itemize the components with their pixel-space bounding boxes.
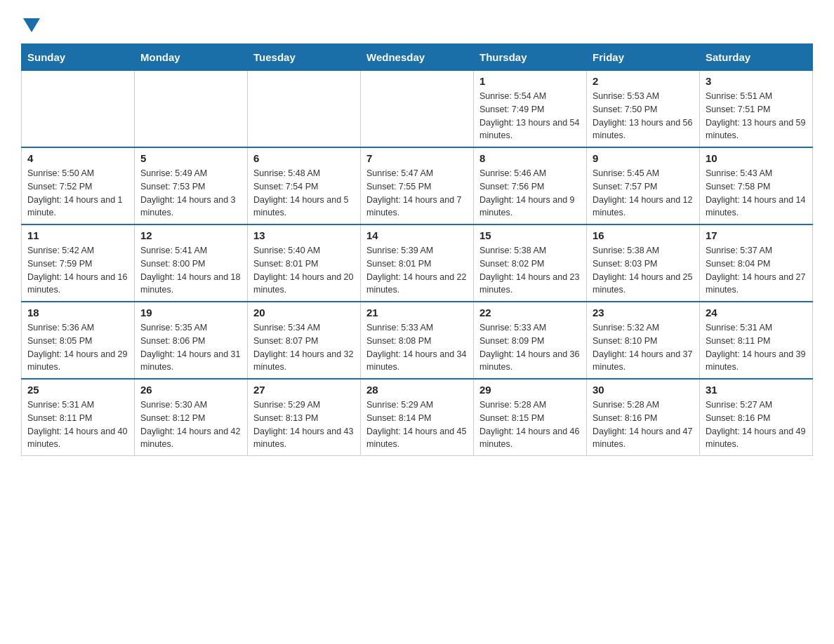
calendar-week-row: 11Sunrise: 5:42 AMSunset: 7:59 PMDayligh… [22,224,813,302]
calendar-day-cell: 25Sunrise: 5:31 AMSunset: 8:11 PMDayligh… [22,379,135,456]
logo [21,14,43,29]
calendar-day-cell: 24Sunrise: 5:31 AMSunset: 8:11 PMDayligh… [700,302,813,379]
day-number: 16 [593,229,694,241]
day-info: Sunrise: 5:48 AMSunset: 7:54 PMDaylight:… [253,167,355,220]
day-info: Sunrise: 5:42 AMSunset: 7:59 PMDaylight:… [27,244,128,297]
calendar-day-cell: 17Sunrise: 5:37 AMSunset: 8:04 PMDayligh… [700,224,813,302]
day-info: Sunrise: 5:27 AMSunset: 8:16 PMDaylight:… [706,398,807,451]
calendar-day-cell: 18Sunrise: 5:36 AMSunset: 8:05 PMDayligh… [22,302,135,379]
day-number: 28 [366,384,468,396]
calendar-week-row: 18Sunrise: 5:36 AMSunset: 8:05 PMDayligh… [22,302,813,379]
calendar-day-cell [361,71,474,148]
calendar-header-row: SundayMondayTuesdayWednesdayThursdayFrid… [22,44,813,71]
calendar-day-cell: 11Sunrise: 5:42 AMSunset: 7:59 PMDayligh… [22,224,135,302]
day-of-week-header: Thursday [474,44,587,71]
day-number: 12 [140,229,241,241]
calendar-week-row: 4Sunrise: 5:50 AMSunset: 7:52 PMDaylight… [22,147,813,224]
day-number: 25 [27,384,128,396]
day-number: 11 [27,229,128,241]
calendar-week-row: 1Sunrise: 5:54 AMSunset: 7:49 PMDaylight… [22,71,813,148]
day-number: 22 [479,307,581,318]
calendar-day-cell: 21Sunrise: 5:33 AMSunset: 8:08 PMDayligh… [361,302,474,379]
day-number: 21 [366,307,468,318]
day-number: 29 [479,384,581,396]
day-number: 9 [593,152,694,164]
day-info: Sunrise: 5:29 AMSunset: 8:14 PMDaylight:… [366,398,468,451]
calendar-day-cell: 20Sunrise: 5:34 AMSunset: 8:07 PMDayligh… [248,302,361,379]
day-number: 2 [593,75,694,87]
calendar-day-cell: 15Sunrise: 5:38 AMSunset: 8:02 PMDayligh… [474,224,587,302]
calendar-day-cell: 22Sunrise: 5:33 AMSunset: 8:09 PMDayligh… [474,302,587,379]
day-info: Sunrise: 5:29 AMSunset: 8:13 PMDaylight:… [253,398,355,451]
calendar-day-cell: 31Sunrise: 5:27 AMSunset: 8:16 PMDayligh… [700,379,813,456]
page-header [21,14,813,29]
calendar-day-cell: 9Sunrise: 5:45 AMSunset: 7:57 PMDaylight… [587,147,700,224]
day-of-week-header: Wednesday [361,44,474,71]
day-of-week-header: Tuesday [248,44,361,71]
day-number: 19 [140,307,241,318]
calendar-day-cell: 1Sunrise: 5:54 AMSunset: 7:49 PMDaylight… [474,71,587,148]
calendar-day-cell: 26Sunrise: 5:30 AMSunset: 8:12 PMDayligh… [135,379,248,456]
calendar-day-cell: 10Sunrise: 5:43 AMSunset: 7:58 PMDayligh… [700,147,813,224]
calendar-day-cell: 29Sunrise: 5:28 AMSunset: 8:15 PMDayligh… [474,379,587,456]
day-number: 23 [593,307,694,318]
calendar-day-cell [248,71,361,148]
day-info: Sunrise: 5:35 AMSunset: 8:06 PMDaylight:… [140,321,241,374]
day-info: Sunrise: 5:28 AMSunset: 8:16 PMDaylight:… [593,398,694,451]
day-info: Sunrise: 5:49 AMSunset: 7:53 PMDaylight:… [140,167,241,220]
day-number: 4 [27,152,128,164]
calendar-day-cell: 5Sunrise: 5:49 AMSunset: 7:53 PMDaylight… [135,147,248,224]
calendar-day-cell: 27Sunrise: 5:29 AMSunset: 8:13 PMDayligh… [248,379,361,456]
day-number: 31 [706,384,807,396]
day-info: Sunrise: 5:45 AMSunset: 7:57 PMDaylight:… [593,167,694,220]
day-number: 20 [253,307,355,318]
calendar-day-cell: 6Sunrise: 5:48 AMSunset: 7:54 PMDaylight… [248,147,361,224]
day-number: 17 [706,229,807,241]
day-of-week-header: Sunday [22,44,135,71]
day-info: Sunrise: 5:53 AMSunset: 7:50 PMDaylight:… [593,90,694,142]
calendar-day-cell: 30Sunrise: 5:28 AMSunset: 8:16 PMDayligh… [587,379,700,456]
calendar-day-cell: 3Sunrise: 5:51 AMSunset: 7:51 PMDaylight… [700,71,813,148]
calendar-day-cell: 23Sunrise: 5:32 AMSunset: 8:10 PMDayligh… [587,302,700,379]
day-of-week-header: Monday [135,44,248,71]
day-info: Sunrise: 5:54 AMSunset: 7:49 PMDaylight:… [479,90,581,142]
calendar-day-cell: 2Sunrise: 5:53 AMSunset: 7:50 PMDaylight… [587,71,700,148]
day-info: Sunrise: 5:51 AMSunset: 7:51 PMDaylight:… [706,90,807,142]
calendar-day-cell [135,71,248,148]
logo-triangle-icon [23,18,40,32]
day-info: Sunrise: 5:47 AMSunset: 7:55 PMDaylight:… [366,167,468,220]
day-info: Sunrise: 5:46 AMSunset: 7:56 PMDaylight:… [479,167,581,220]
calendar-day-cell: 8Sunrise: 5:46 AMSunset: 7:56 PMDaylight… [474,147,587,224]
day-number: 6 [253,152,355,164]
day-info: Sunrise: 5:38 AMSunset: 8:02 PMDaylight:… [479,244,581,297]
day-info: Sunrise: 5:30 AMSunset: 8:12 PMDaylight:… [140,398,241,451]
day-info: Sunrise: 5:33 AMSunset: 8:08 PMDaylight:… [366,321,468,374]
day-info: Sunrise: 5:32 AMSunset: 8:10 PMDaylight:… [593,321,694,374]
day-of-week-header: Friday [587,44,700,71]
calendar-table: SundayMondayTuesdayWednesdayThursdayFrid… [21,43,813,456]
day-info: Sunrise: 5:37 AMSunset: 8:04 PMDaylight:… [706,244,807,297]
day-number: 26 [140,384,241,396]
day-number: 10 [706,152,807,164]
day-of-week-header: Saturday [700,44,813,71]
day-info: Sunrise: 5:31 AMSunset: 8:11 PMDaylight:… [27,398,128,451]
day-number: 8 [479,152,581,164]
calendar-day-cell [22,71,135,148]
calendar-day-cell: 14Sunrise: 5:39 AMSunset: 8:01 PMDayligh… [361,224,474,302]
day-number: 18 [27,307,128,318]
day-info: Sunrise: 5:50 AMSunset: 7:52 PMDaylight:… [27,167,128,220]
day-info: Sunrise: 5:41 AMSunset: 8:00 PMDaylight:… [140,244,241,297]
day-info: Sunrise: 5:39 AMSunset: 8:01 PMDaylight:… [366,244,468,297]
day-info: Sunrise: 5:31 AMSunset: 8:11 PMDaylight:… [706,321,807,374]
day-number: 24 [706,307,807,318]
calendar-day-cell: 28Sunrise: 5:29 AMSunset: 8:14 PMDayligh… [361,379,474,456]
calendar-day-cell: 13Sunrise: 5:40 AMSunset: 8:01 PMDayligh… [248,224,361,302]
day-info: Sunrise: 5:43 AMSunset: 7:58 PMDaylight:… [706,167,807,220]
day-number: 3 [706,75,807,87]
day-info: Sunrise: 5:34 AMSunset: 8:07 PMDaylight:… [253,321,355,374]
day-info: Sunrise: 5:36 AMSunset: 8:05 PMDaylight:… [27,321,128,374]
day-info: Sunrise: 5:38 AMSunset: 8:03 PMDaylight:… [593,244,694,297]
calendar-day-cell: 4Sunrise: 5:50 AMSunset: 7:52 PMDaylight… [22,147,135,224]
calendar-day-cell: 12Sunrise: 5:41 AMSunset: 8:00 PMDayligh… [135,224,248,302]
day-number: 30 [593,384,694,396]
